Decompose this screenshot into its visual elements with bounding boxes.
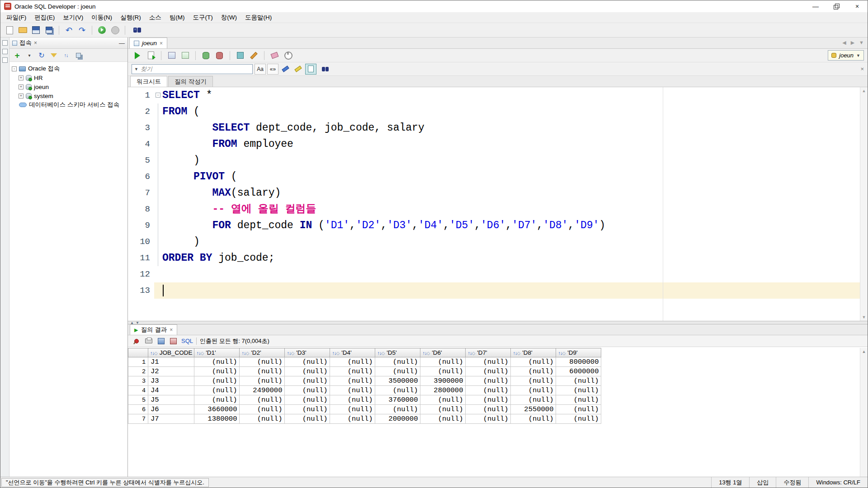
subtab-0[interactable]: 워크시트 — [130, 76, 167, 87]
expand-icon[interactable]: + — [19, 84, 24, 89]
filter-icon[interactable] — [49, 50, 59, 60]
cell[interactable]: 6000000 — [556, 367, 601, 376]
cell[interactable]: (null) — [375, 367, 420, 376]
menu-item-1[interactable]: 편집(E) — [30, 12, 59, 23]
cell[interactable]: (null) — [511, 376, 556, 386]
cell[interactable]: (null) — [330, 414, 375, 424]
close-connections-icon[interactable]: × — [34, 40, 37, 46]
tree-item-joeun[interactable]: +joeun — [12, 82, 127, 91]
code-line-6[interactable]: 6 PIVOT ( — [128, 169, 868, 185]
scroll-down-icon[interactable]: ▼ — [862, 315, 866, 319]
cell[interactable]: 2000000 — [375, 414, 420, 424]
run-statement-icon[interactable] — [132, 50, 143, 61]
code-line-1[interactable]: 1-SELECT * — [128, 87, 868, 103]
code-editor[interactable]: 1-SELECT *2FROM (3 SELECT dept_code, job… — [128, 87, 868, 321]
code-line-10[interactable]: 10 ) — [128, 234, 868, 250]
cell[interactable]: J5 — [148, 395, 194, 405]
menu-item-4[interactable]: 실행(R) — [116, 12, 145, 23]
result-row[interactable]: 1J1(null)(null)(null)(null)(null)(null)(… — [128, 357, 601, 367]
cell[interactable]: (null) — [330, 386, 375, 395]
cell[interactable]: J4 — [148, 386, 194, 395]
autotrace-icon[interactable] — [179, 50, 191, 61]
results-scrollbar[interactable]: ▲ — [860, 348, 868, 477]
code-line-12[interactable]: 12 — [128, 266, 868, 282]
cell[interactable]: 3660000 — [194, 405, 240, 414]
cell[interactable]: (null) — [375, 386, 420, 395]
cell[interactable]: 1380000 — [194, 414, 240, 424]
refresh-icon[interactable] — [37, 50, 47, 60]
find-field[interactable]: ▼ — [132, 64, 253, 74]
pin-icon[interactable] — [132, 336, 142, 346]
column-header-7[interactable]: ◇'D7' — [466, 348, 511, 357]
whole-word-button[interactable]: «» — [267, 64, 278, 75]
new-file-icon[interactable] — [4, 24, 15, 36]
rollback-icon[interactable] — [214, 50, 225, 61]
open-folder-icon[interactable] — [17, 24, 28, 36]
search-input[interactable] — [141, 66, 252, 72]
menu-item-7[interactable]: 도구(T) — [189, 12, 217, 23]
cell[interactable]: (null) — [556, 376, 601, 386]
cell[interactable]: J7 — [148, 414, 194, 424]
match-case-button[interactable]: Aa — [255, 64, 266, 75]
restore-button[interactable] — [826, 0, 847, 12]
code-line-7[interactable]: 7 MAX(salary) — [128, 185, 868, 201]
marker-blue-icon[interactable] — [280, 64, 291, 75]
cell[interactable]: (null) — [556, 386, 601, 395]
undo-icon[interactable] — [63, 24, 75, 36]
cell[interactable]: 2490000 — [240, 386, 285, 395]
column-header-5[interactable]: ◇'D5' — [375, 348, 420, 357]
column-header-6[interactable]: ◇'D6' — [420, 348, 466, 357]
cell[interactable]: 8000000 — [556, 357, 601, 367]
column-header-9[interactable]: ◇'D9' — [556, 348, 601, 357]
cell[interactable]: (null) — [285, 376, 330, 386]
tree-item-hr[interactable]: +HR — [12, 73, 127, 82]
column-header-3[interactable]: ◇'D3' — [285, 348, 330, 357]
cell[interactable]: (null) — [511, 395, 556, 405]
cell[interactable]: (null) — [330, 367, 375, 376]
cell[interactable]: (null) — [420, 367, 466, 376]
cell[interactable]: (null) — [240, 414, 285, 424]
sql-button[interactable]: SQL — [181, 338, 193, 344]
run-icon[interactable] — [96, 24, 108, 36]
column-header-4[interactable]: ◇'D4' — [330, 348, 375, 357]
code-line-9[interactable]: 9 FOR dept_code IN ('D1','D2','D3','D4',… — [128, 217, 868, 234]
cell[interactable]: (null) — [511, 357, 556, 367]
layout-icon[interactable] — [73, 50, 83, 60]
cell[interactable]: J6 — [148, 405, 194, 414]
tab-forward-icon[interactable]: ▶ — [851, 40, 854, 46]
tree-item-system[interactable]: +system — [12, 91, 127, 100]
cell[interactable]: 3900000 — [420, 376, 466, 386]
tab-back-icon[interactable]: ◀ — [842, 40, 846, 46]
cell[interactable]: 2550000 — [511, 405, 556, 414]
menu-item-2[interactable]: 보기(V) — [59, 12, 87, 23]
cell[interactable]: (null) — [285, 405, 330, 414]
cell[interactable]: (null) — [511, 367, 556, 376]
cell[interactable]: (null) — [556, 405, 601, 414]
redo-icon[interactable] — [76, 24, 88, 36]
print-icon[interactable] — [144, 336, 154, 346]
cell[interactable]: (null) — [556, 414, 601, 424]
close-button[interactable]: × — [847, 0, 868, 12]
tree-item-oracle-connections[interactable]: -Oracle 접속 — [12, 64, 127, 73]
cell[interactable]: (null) — [556, 395, 601, 405]
cell[interactable]: 3760000 — [375, 395, 420, 405]
cell[interactable]: (null) — [420, 414, 466, 424]
tab-close-icon[interactable]: × — [160, 40, 163, 47]
cell[interactable]: (null) — [466, 405, 511, 414]
marker-yellow-icon[interactable] — [292, 64, 304, 75]
code-line-13[interactable]: 13 — [128, 282, 868, 299]
expand-icon[interactable]: + — [19, 75, 24, 80]
tree-item-db-schema-service[interactable]: 데이터베이스 스키마 서비스 접속 — [12, 100, 127, 109]
cell[interactable]: (null) — [240, 367, 285, 376]
fetch-icon[interactable] — [156, 336, 166, 346]
connection-selector[interactable]: joeun ▼ — [828, 50, 864, 61]
cell[interactable]: (null) — [330, 405, 375, 414]
menu-item-5[interactable]: 소스 — [145, 12, 165, 23]
subtab-1[interactable]: 질의 작성기 — [168, 76, 213, 87]
explain-plan-icon[interactable] — [166, 50, 177, 61]
selection-button[interactable] — [305, 64, 316, 75]
cell[interactable]: (null) — [466, 367, 511, 376]
cell[interactable]: (null) — [375, 405, 420, 414]
cell[interactable]: (null) — [194, 386, 240, 395]
fold-collapse-icon[interactable]: - — [156, 93, 160, 98]
